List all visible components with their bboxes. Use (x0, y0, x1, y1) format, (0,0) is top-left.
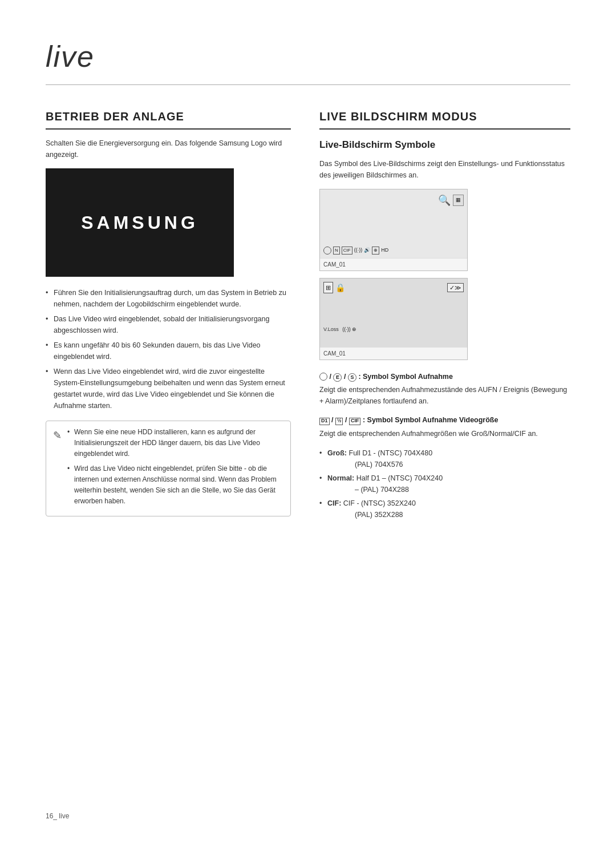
motion-detected-icon: ✓≫ (447, 283, 464, 292)
right-section-heading: LIVE BILDSCHIRM MODUS (319, 108, 570, 130)
aufnahme-bold: Symbol Aufnahme (391, 373, 453, 381)
note-box: ✎ Wenn Sie eine neue HDD installieren, k… (46, 421, 291, 516)
audio-icon: 🔊 (364, 247, 370, 255)
empty-circle-icon (319, 373, 327, 381)
full-d1-icon: D1 (319, 418, 330, 425)
cif-text: CIF - (NTSC) 352X240 (343, 499, 416, 507)
live-screen-container: 🔍 ▦ N CIF ((·)) 🔊 ⊕ HD CAM_01 (319, 189, 570, 360)
slash4: / (345, 416, 347, 424)
live-screen-2: ⊞ 🔒 ✓≫ V.Loss ((·)) ⊕ CAM_01 (319, 278, 468, 360)
size-cif-item: CIF: CIF - (NTSC) 352X240 (PAL) 352X288 (319, 498, 570, 520)
screen2-footer: CAM_01 (320, 347, 467, 360)
motion-icon: ((·)) (354, 247, 363, 255)
n-icon: N (333, 247, 340, 255)
vloss-icons: ((·)) ⊕ (342, 326, 356, 332)
s-circle-icon: S (348, 373, 356, 382)
left-bullet-list: Führen Sie den Initialisierungsauftrag d… (46, 287, 291, 411)
rec-state-empty-icon (323, 247, 331, 255)
gross-pal: (PAL) 704X576 (327, 461, 403, 469)
videogroesse-bold: Symbol Aufnahme Videogröße (395, 416, 498, 424)
cif-bold: CIF: (327, 499, 341, 507)
slash: / (329, 373, 331, 381)
lock-icon: 🔒 (335, 282, 345, 294)
cif-pal: (PAL) 352X288 (327, 511, 403, 519)
aufnahme-icons: / E / S (319, 373, 358, 381)
size-normal-item: Normal: Half D1 – (NTSC) 704X240 – (PAL)… (319, 473, 570, 495)
samsung-boot-screen: SAMSUNG (46, 168, 234, 277)
symbol-aufnahme-section: / E / S : Symbol Symbol Aufnahme Zeigt d… (319, 371, 570, 407)
videogroesse-label: : Symbol Symbol Aufnahme Videogröße (363, 416, 499, 424)
magnifier-icon: 🔍 (438, 193, 451, 208)
screen1-footer: CAM_01 (320, 258, 467, 270)
screen2-top-left-icons: ⊞ 🔒 (323, 282, 345, 294)
page-footer: 16_ live (46, 811, 69, 821)
page-title: live (46, 34, 570, 79)
symbol-videogroesse-heading: D1 / ½ / CIF : Symbol Symbol Aufnahme Vi… (319, 415, 570, 426)
list-item: Wenn das Live Video eingeblendet wird, w… (46, 366, 291, 411)
cif-size-icon: CIF (349, 418, 361, 425)
gross-bold: Groß: (327, 449, 347, 457)
note-list-item: Wird das Live Video nicht eingeblendet, … (67, 463, 283, 507)
normal-text: Half D1 – (NTSC) 704X240 (356, 474, 443, 482)
symbol-aufnahme-heading: / E / S : Symbol Symbol Aufnahme (319, 371, 570, 382)
gross-text: Full D1 - (NTSC) 704X480 (349, 449, 433, 457)
resolution-icon: ▦ (453, 195, 464, 206)
list-item: Führen Sie den Initialisierungsauftrag d… (46, 287, 291, 310)
size-bullet-list: Groß: Full D1 - (NTSC) 704X480 (PAL) 704… (319, 447, 570, 520)
right-column: LIVE BILDSCHIRM MODUS Live-Bildschirm Sy… (319, 108, 570, 525)
note-content: Wenn Sie eine neue HDD installieren, kan… (67, 427, 283, 510)
size-gross-item: Groß: Full D1 - (NTSC) 704X480 (PAL) 704… (319, 447, 570, 470)
left-intro-text: Schalten Sie die Energieversorgung ein. … (46, 138, 291, 160)
screen1-inner: 🔍 ▦ N CIF ((·)) 🔊 ⊕ HD (320, 189, 467, 258)
ptz-icon: ⊕ (372, 247, 379, 255)
left-column: BETRIEB DER ANLAGE Schalten Sie die Ener… (46, 108, 291, 525)
right-sub-heading: Live-Bildschirm Symbole (319, 138, 570, 152)
hd-icon: HD (381, 247, 388, 255)
note-list-item: Wenn Sie eine neue HDD installieren, kan… (67, 427, 283, 460)
normal-bold: Normal: (327, 474, 354, 482)
symbol-videogroesse-section: D1 / ½ / CIF : Symbol Symbol Aufnahme Vi… (319, 415, 570, 439)
grid-view-icon: ⊞ (323, 282, 333, 294)
samsung-logo: SAMSUNG (81, 209, 198, 236)
screen1-bottom-icons: N CIF ((·)) 🔊 ⊕ HD (323, 247, 388, 255)
live-screen-1: 🔍 ▦ N CIF ((·)) 🔊 ⊕ HD CAM_01 (319, 189, 468, 271)
title-divider (46, 84, 570, 85)
list-item: Es kann ungefähr 40 bis 60 Sekunden daue… (46, 340, 291, 362)
screen1-top-icons: 🔍 ▦ (438, 193, 464, 208)
left-section-heading: BETRIEB DER ANLAGE (46, 108, 291, 130)
note-icon: ✎ (53, 428, 62, 510)
e-circle-icon: E (333, 373, 342, 382)
aufnahme-label: : Symbol Symbol Aufnahme (358, 373, 453, 381)
vloss-area: V.Loss ((·)) ⊕ (323, 323, 356, 334)
size-icons: D1 / ½ / CIF (319, 416, 363, 424)
normal-pal: – (PAL) 704X288 (327, 486, 409, 494)
screen2-inner: ⊞ 🔒 ✓≫ V.Loss ((·)) ⊕ (320, 278, 467, 347)
slash2: / (344, 373, 346, 381)
right-intro-text: Das Symbol des Live-Bildschirms zeigt de… (319, 158, 570, 181)
list-item: Das Live Video wird eingeblendet, sobald… (46, 313, 291, 336)
slash3: / (331, 416, 333, 424)
half-d1-icon: ½ (335, 418, 343, 425)
videogroesse-description: Zeigt die entsprechenden Aufnahmegrößen … (319, 428, 570, 439)
screen2-top-right-icons: ✓≫ (447, 282, 464, 293)
cif-icon: CIF (342, 247, 352, 255)
aufnahme-description: Zeigt die entsprechenden Aufnahmezuständ… (319, 384, 570, 407)
vloss-label: V.Loss (323, 326, 339, 332)
